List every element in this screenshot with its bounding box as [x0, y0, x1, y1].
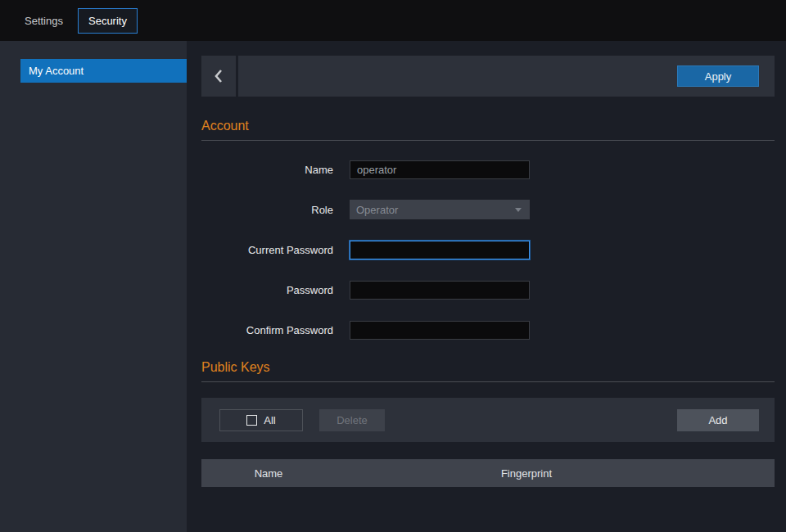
account-section-title: Account	[201, 119, 775, 133]
sidebar: My Account	[0, 41, 187, 532]
public-keys-toolbar: All Delete Add	[201, 398, 775, 442]
current-password-input[interactable]	[350, 241, 530, 259]
delete-button[interactable]: Delete	[319, 409, 385, 431]
sidebar-item-label: My Account	[29, 65, 84, 77]
role-label: Role	[201, 204, 350, 216]
select-all-button[interactable]: All	[219, 409, 303, 431]
apply-button[interactable]: Apply	[677, 65, 759, 87]
password-input[interactable]	[350, 281, 530, 300]
form-row-password: Password	[201, 280, 775, 300]
form-row-name: Name	[201, 160, 775, 179]
form-row-role: Role Operator	[201, 200, 775, 219]
account-divider	[201, 140, 775, 141]
content-area: Apply Account Name Role Operator Current…	[187, 41, 786, 532]
tab-settings[interactable]: Settings	[16, 8, 71, 34]
select-all-checkbox[interactable]	[246, 415, 257, 426]
sidebar-item-my-account[interactable]: My Account	[20, 59, 187, 83]
role-select-value: Operator	[356, 204, 398, 216]
password-label: Password	[201, 284, 350, 296]
select-all-label: All	[264, 414, 275, 426]
content-toolbar: Apply	[201, 56, 775, 97]
public-keys-divider	[201, 381, 775, 382]
back-button[interactable]	[201, 56, 236, 97]
chevron-down-icon	[515, 208, 522, 212]
role-select[interactable]: Operator	[350, 200, 530, 219]
top-bar: Settings Security	[0, 0, 786, 41]
current-password-label: Current Password	[201, 244, 350, 256]
name-label: Name	[201, 164, 350, 176]
main-layout: My Account Apply Account Name Role	[0, 41, 786, 532]
public-keys-section-title: Public Keys	[201, 360, 775, 375]
confirm-password-input[interactable]	[350, 321, 530, 340]
chevron-left-icon	[215, 70, 223, 83]
column-header-fingerprint: Fingerprint	[336, 467, 717, 480]
column-header-name: Name	[201, 467, 336, 480]
public-keys-table-header: Name Fingerprint	[201, 459, 775, 487]
confirm-password-label: Confirm Password	[201, 324, 350, 336]
form-row-confirm-password: Confirm Password	[201, 320, 775, 340]
account-form: Name Role Operator Current Password Pass…	[201, 160, 775, 340]
name-input[interactable]	[350, 160, 530, 179]
form-row-current-password: Current Password	[201, 240, 775, 259]
toolbar-bar: Apply	[238, 56, 775, 97]
add-button[interactable]: Add	[677, 409, 759, 431]
tab-security[interactable]: Security	[78, 8, 138, 34]
